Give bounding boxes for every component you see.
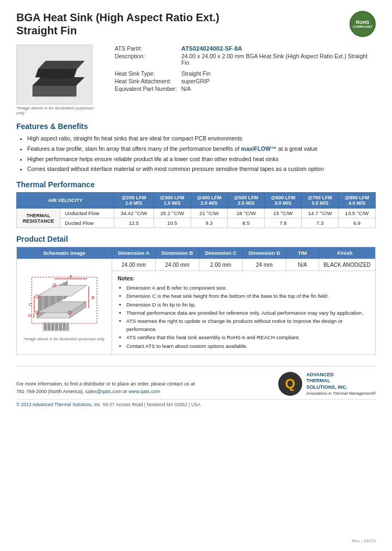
footer-website-link[interactable]: www.qats.com — [128, 389, 160, 394]
product-detail-data-row: A B C D — [17, 259, 375, 354]
svg-text:B: B — [91, 295, 94, 300]
unducted-val-2: 21 °C/W — [191, 209, 228, 218]
footer-copyright: © 2013 Advanced Thermal Solutions, Inc. — [16, 402, 101, 407]
ducted-val-6: 6.9 — [339, 218, 376, 228]
note-5: ATS reserves the right to update or chan… — [126, 317, 370, 333]
dim-b-value: 24.00 mm — [156, 259, 199, 271]
note-2: Dimension C is the heat sink height from… — [126, 292, 370, 300]
note-3: Dimension D is fin tip to fin tip. — [126, 301, 370, 309]
finish-col-header: Finish — [319, 247, 371, 259]
svg-text:D: D — [28, 313, 32, 318]
schematic-svg: A B C D — [26, 264, 102, 334]
tim-value: N/A — [286, 259, 319, 271]
col-800lfm: @800 LFM 4.0 M/S — [339, 193, 376, 209]
dim-c-col-header: Dimension C — [199, 247, 243, 259]
unducted-val-4: 15 °C/W — [265, 209, 302, 218]
description-value: 24.00 x 24.00 x 2.00 mm BGA Heat Sink (H… — [179, 52, 376, 66]
part-number: ATS024024002-SF-8A — [181, 45, 242, 52]
footer-q-icon: Q — [278, 372, 302, 396]
equiv-part-label: Equivalent Part Number: — [113, 85, 179, 93]
attachment-label: Heat Sink Attachment: — [113, 77, 179, 85]
dim-d-value: 24 mm — [243, 259, 286, 271]
equiv-part-value: N/A — [179, 85, 376, 93]
footer-bottom: © 2013 Advanced Thermal Solutions, Inc. … — [16, 399, 376, 407]
product-image-section: *image above is for illustration purpose… — [16, 45, 102, 115]
footer-email-link[interactable]: sales@qats.com — [85, 389, 122, 394]
col-500lfm: @500 LFM 2.5 M/S — [228, 193, 265, 209]
thermal-resistance-label: THERMAL RESISTANCE — [17, 209, 60, 228]
note-6: ATS certifies that this heat sink assemb… — [126, 333, 370, 341]
svg-marker-10 — [38, 61, 84, 69]
finish-value: BLACK ANODIZED — [319, 259, 375, 271]
col-700lfm: @700 LFM 3.5 M/S — [302, 193, 339, 209]
thermal-section-title: Thermal Performance — [16, 180, 376, 189]
pd-top-values-row: 24.00 mm 24.00 mm 2.00 mm 24 mm N/A BLAC… — [112, 259, 375, 271]
col-300lfm: @300 LFM 1.5 M/S — [154, 193, 191, 209]
svg-marker-32 — [38, 285, 87, 296]
ducted-val-3: 8.5 — [228, 218, 265, 228]
product-detail-section: Schematic Image Dimension A Dimension B … — [16, 247, 376, 355]
footer: For more information, to find a distribu… — [16, 366, 376, 407]
description-label: Description: — [113, 52, 179, 66]
unducted-val-1: 25.2 °C/W — [154, 209, 191, 218]
footer-company-name: ADVANCED THERMAL SOLUTIONS, INC. — [307, 372, 376, 391]
features-section-title: Features & Benefits — [16, 122, 376, 131]
notes-section: Notes: Dimension A and B refer to compon… — [112, 271, 375, 354]
unducted-val-3: 18 °C/W — [228, 209, 265, 218]
product-details-table: ATS Part#: ATS024024002-SF-8A Descriptio… — [113, 45, 376, 93]
ducted-val-1: 10.5 — [154, 218, 191, 228]
schematic-cell: A B C D — [17, 259, 112, 354]
attachment-value: superGRIP — [179, 77, 376, 85]
product-image — [24, 50, 84, 99]
dim-a-col-header: Dimension A — [112, 247, 156, 259]
heat-sink-type-value: Straight Fin — [179, 70, 376, 77]
schematic-note: *image above is for illustration purpose… — [23, 336, 105, 341]
pd-values-section: 24.00 mm 24.00 mm 2.00 mm 24 mm N/A BLAC… — [112, 259, 375, 354]
unducted-val-5: 14.7 °C/W — [302, 209, 339, 218]
rohs-sub: COMPLIANT — [353, 25, 372, 28]
ducted-val-0: 12.5 — [114, 218, 154, 228]
notes-list: Dimension A and B refer to component siz… — [118, 284, 370, 350]
footer-tagline: Innovations in Thermal Management® — [307, 391, 376, 396]
col-400lfm: @400 LFM 2.0 M/S — [191, 193, 228, 209]
dim-c-value: 2.00 mm — [199, 259, 243, 271]
feature-item-4: Comes standard without interface materia… — [27, 164, 376, 174]
footer-address: 59-27 Access Road | Norwood MA 02062 | U… — [103, 402, 201, 407]
svg-marker-0 — [33, 77, 84, 85]
note-7: Contact ATS to learn about custom option… — [126, 342, 370, 350]
footer-left: For more information, to find a distribu… — [16, 380, 195, 396]
svg-text:A: A — [69, 274, 72, 279]
col-600lfm: @600 LFM 3.0 M/S — [265, 193, 302, 209]
notes-title: Notes: — [118, 276, 370, 281]
feature-item-3: Higher performance helps ensure reliable… — [27, 155, 376, 164]
ducted-flow-label: Ducted Flow — [60, 218, 114, 228]
note-4: Thermal performance data are provided fo… — [126, 309, 370, 317]
air-velocity-header: AIR VELOCITY — [17, 193, 114, 209]
tim-col-header: TIM — [286, 247, 319, 259]
rohs-badge: RoHS COMPLIANT — [350, 11, 376, 37]
ducted-val-2: 9.3 — [191, 218, 228, 228]
col-200lfm: @200 LFM 1.0 M/S — [114, 193, 154, 209]
feature-item-2: Features a low profile, slam fin array t… — [27, 144, 376, 154]
ducted-val-5: 7.3 — [302, 218, 339, 228]
unducted-val-0: 34.42 °C/W — [114, 209, 154, 218]
product-image-note: *image above is for illustration purpose… — [16, 106, 102, 115]
product-detail-title: Product Detail — [16, 235, 376, 243]
product-detail-header-row: Schematic Image Dimension A Dimension B … — [17, 247, 375, 259]
dim-a-value: 24.00 mm — [112, 259, 156, 271]
footer-logo: Q ADVANCED THERMAL SOLUTIONS, INC. Innov… — [278, 372, 376, 396]
footer-ats-info: ADVANCED THERMAL SOLUTIONS, INC. Innovat… — [307, 372, 376, 396]
unducted-val-6: 13.5 °C/W — [339, 209, 376, 218]
unducted-flow-label: Unducted Flow — [60, 209, 114, 218]
rohs-text: RoHS — [356, 20, 370, 25]
part-label: ATS Part#: — [113, 45, 179, 52]
note-1: Dimension A and B refer to component siz… — [126, 284, 370, 292]
thermal-table: AIR VELOCITY @200 LFM 1.0 M/S @300 LFM 1… — [16, 192, 376, 228]
schematic-col-header: Schematic Image — [17, 247, 112, 259]
feature-item-1: High aspect ratio, straight fin heat sin… — [27, 134, 376, 143]
features-list: High aspect ratio, straight fin heat sin… — [16, 134, 376, 174]
dim-d-col-header: Dimension D — [243, 247, 286, 259]
page-title: BGA Heat Sink (High Aspect Ratio Ext.) S… — [16, 11, 376, 37]
footer-contact-details: 781-769-2000 (North America), sales@qats… — [16, 388, 195, 395]
feature-text-2: Features a low profile, slam fin array t… — [27, 145, 317, 152]
